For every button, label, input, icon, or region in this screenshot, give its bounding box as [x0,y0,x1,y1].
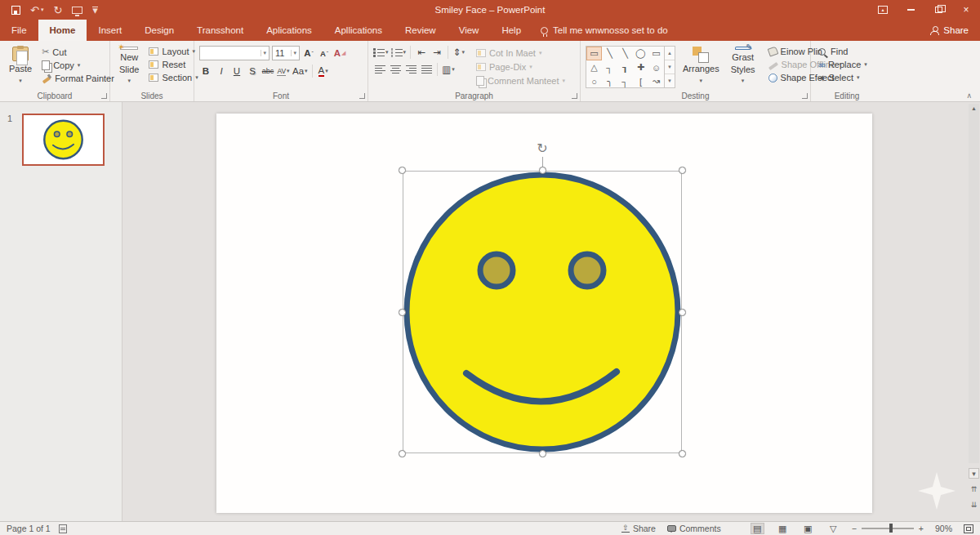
bold-button[interactable]: B [199,65,212,78]
text-shadow-button[interactable]: S [246,65,259,78]
line-spacing-button[interactable]: ⇕▾ [452,46,466,59]
copy-button[interactable]: Copy ▾ [39,60,117,71]
shape-bracket-icon[interactable]: [ [633,74,648,88]
shape-curve-icon[interactable]: ╮ [602,74,617,88]
character-spacing-button[interactable]: AV▾ [277,65,290,78]
shape-oval-icon[interactable]: ◯ [633,47,648,60]
tab-home[interactable]: Home [38,20,87,41]
change-case-button[interactable]: Aa▾ [292,65,308,78]
customize-qat-icon[interactable]: ▾ [92,7,98,13]
shape-circle-icon[interactable]: ○ [586,74,602,88]
vertical-scrollbar[interactable]: ▲ [969,104,979,463]
tab-help[interactable]: Help [490,20,532,41]
paragraph-dialog-launcher-icon[interactable] [572,93,577,99]
normal-view-icon[interactable]: ▤ [751,523,764,534]
save-icon[interactable] [11,6,20,15]
shapes-scroll-up-icon[interactable]: ▲ [665,47,675,60]
shape-elbow-connector-icon[interactable]: ┐ [602,60,617,74]
shapes-scroll-down-icon[interactable]: ▼ [665,60,675,74]
tab-file[interactable]: File [0,20,38,41]
selected-shape-region[interactable]: ↻ [403,171,682,453]
minimize-icon[interactable] [897,0,924,20]
section-button[interactable]: Section ▾ [146,72,200,83]
scrollbar-menu-icon[interactable]: ▾ [969,468,979,479]
shape-smiley-icon[interactable]: ☺ [648,60,664,74]
selection-handle-n[interactable] [539,167,546,174]
shape-textbox-icon[interactable]: ▭ [586,47,602,60]
zoom-slider[interactable] [862,528,914,529]
slide-sorter-view-icon[interactable]: ▦ [776,523,790,534]
strikethrough-button[interactable]: abc [261,65,274,78]
quick-styles-button[interactable]: Grast Styles ▾ [727,44,760,88]
cut-button[interactable]: ✂ Cut [39,46,117,58]
scrollbar-up-icon[interactable]: ▲ [969,105,979,111]
rotation-handle-icon[interactable]: ↻ [537,143,547,154]
find-button[interactable]: Find [816,46,870,57]
new-slide-button[interactable]: New Slide ▾ [115,44,143,88]
shape-line2-icon[interactable]: ╲ [617,47,633,60]
tab-view[interactable]: View [448,20,491,41]
bullets-button[interactable]: ▾ [373,46,389,59]
tab-animations[interactable]: Aplications [255,20,323,41]
start-slideshow-icon[interactable] [72,7,82,14]
shape-triangle-icon[interactable]: △ [586,60,602,74]
smiley-face-shape[interactable] [403,171,682,453]
decrease-indent-button[interactable]: ⇤ [415,46,428,59]
increase-indent-button[interactable]: ⇥ [430,46,443,59]
tab-slideshow[interactable]: Apllications [323,20,394,41]
previous-slide-icon[interactable]: ⇈ [969,484,979,494]
selection-handle-e[interactable] [679,309,686,316]
restore-icon[interactable] [924,0,952,20]
paste-button[interactable]: Paste ▾ [5,44,36,88]
font-size-combobox[interactable]: 11 ▾ [272,46,300,60]
tab-design[interactable]: Design [133,20,185,41]
reset-button[interactable]: Reset [146,59,200,70]
font-color-button[interactable]: A▾ [317,65,330,78]
zoom-out-icon[interactable]: − [852,524,857,533]
shape-elbow-arrow-icon[interactable]: ┒ [617,60,633,74]
share-button-status[interactable]: ⇧ Share [621,524,656,533]
clear-formatting-button[interactable]: A◢ [333,47,346,60]
shape-action-arrow-icon[interactable]: ↝ [648,74,664,88]
layout-button[interactable]: Layout ▾ [146,46,200,57]
align-center-button[interactable] [389,63,402,76]
font-name-combobox[interactable]: ▾ [199,46,270,60]
italic-button[interactable]: I [215,65,228,78]
tab-insert[interactable]: Insert [87,20,133,41]
shape-rectangle-icon[interactable]: ▭ [648,47,664,60]
close-icon[interactable]: × [952,0,980,20]
numbering-button[interactable]: ▾ [391,46,407,59]
shrink-font-button[interactable]: Aˇ [318,47,331,60]
arrange-button[interactable]: Arranges ▾ [679,44,724,88]
redo-icon[interactable]: ↻ [53,4,62,16]
shape-cross-icon[interactable]: ✚ [633,60,648,74]
text-direction-button[interactable]: Cot In Maet ▾ [474,47,568,59]
replace-button[interactable]: ab Replace ▾ [816,59,870,70]
selection-handle-sw[interactable] [399,450,406,457]
zoom-level[interactable]: 90% [935,524,952,533]
align-right-button[interactable] [404,63,417,76]
font-dialog-launcher-icon[interactable] [359,93,365,99]
share-button-top[interactable]: Share [930,20,969,41]
select-button[interactable]: ➤ Select ▾ [816,72,870,83]
slide-thumbnail-1[interactable] [22,114,105,166]
collapse-ribbon-icon[interactable]: ∧ [966,91,972,100]
align-text-button[interactable]: Page-Dix ▾ [474,61,568,73]
comments-button[interactable]: Comments [667,524,721,533]
grow-font-button[interactable]: Aˆ [302,47,315,60]
selection-handle-s[interactable] [539,450,546,457]
selection-handle-nw[interactable] [399,167,406,174]
tell-me-box[interactable]: Tell me wnwnosso set to do [541,20,668,41]
shape-elbow2-icon[interactable]: ┐ [617,74,633,88]
shape-line-icon[interactable]: ╲ [602,47,617,60]
selection-handle-w[interactable] [399,309,406,316]
zoom-in-icon[interactable]: + [919,524,924,533]
zoom-slider-thumb[interactable] [889,524,893,533]
next-slide-icon[interactable]: ⇊ [969,499,979,510]
format-painter-button[interactable]: Format Painter [39,73,117,84]
selection-handle-se[interactable] [679,450,686,457]
slideshow-view-icon[interactable]: ▽ [826,523,840,534]
convert-smartart-button[interactable]: Comnent Manteet ▾ [474,75,568,87]
tab-review[interactable]: Review [394,20,448,41]
shapes-more-icon[interactable]: ▼ [665,74,675,87]
